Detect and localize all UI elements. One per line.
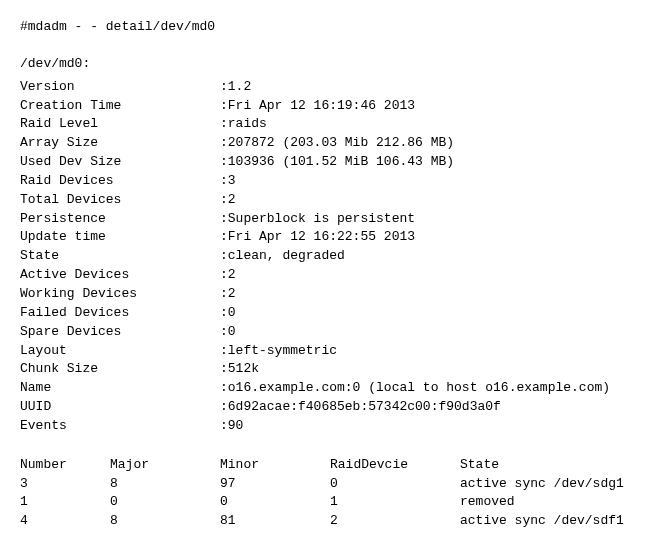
- table-header: Number Major Minor RaidDevcie State: [20, 456, 646, 475]
- field-row: Spare Devices :0: [20, 323, 646, 342]
- field-value: :Fri Apr 12 16:19:46 2013: [220, 97, 415, 116]
- field-label: Spare Devices: [20, 323, 220, 342]
- cell-number: 1: [20, 493, 110, 512]
- field-label: Raid Level: [20, 115, 220, 134]
- table-row: 3 8 97 0 active sync /dev/sdg1: [20, 475, 646, 494]
- table-row: 1 0 0 1 removed: [20, 493, 646, 512]
- field-value: :0: [220, 304, 236, 323]
- cell-major: 8: [110, 475, 220, 494]
- field-value: :103936 (101.52 MiB 106.43 MB): [220, 153, 454, 172]
- cell-state: active sync /dev/sdf1: [460, 512, 646, 531]
- field-label: Events: [20, 417, 220, 436]
- field-label: Working Devices: [20, 285, 220, 304]
- command-line: #mdadm - - detail/dev/md0: [20, 18, 646, 37]
- field-value: :clean, degraded: [220, 247, 345, 266]
- cell-state: removed: [460, 493, 646, 512]
- field-row: Persistence :Superblock is persistent: [20, 210, 646, 229]
- field-value: :2: [220, 191, 236, 210]
- field-label: Failed Devices: [20, 304, 220, 323]
- field-label: Active Devices: [20, 266, 220, 285]
- field-label: Layout: [20, 342, 220, 361]
- field-value: :512k: [220, 360, 259, 379]
- field-label: UUID: [20, 398, 220, 417]
- cell-number: 4: [20, 512, 110, 531]
- field-label: Used Dev Size: [20, 153, 220, 172]
- field-value: :1.2: [220, 78, 251, 97]
- field-row: Version :1.2: [20, 78, 646, 97]
- field-value: :2: [220, 285, 236, 304]
- cell-major: 0: [110, 493, 220, 512]
- field-label: Persistence: [20, 210, 220, 229]
- field-row: Chunk Size :512k: [20, 360, 646, 379]
- blank-line: [20, 436, 646, 454]
- field-label: Array Size: [20, 134, 220, 153]
- field-row: State :clean, degraded: [20, 247, 646, 266]
- field-row: Update time :Fri Apr 12 16:22:55 2013: [20, 228, 646, 247]
- field-label: Update time: [20, 228, 220, 247]
- field-value: :207872 (203.03 Mib 212.86 MB): [220, 134, 454, 153]
- cell-state: active sync /dev/sdg1: [460, 475, 646, 494]
- field-row: Layout :left-symmetric: [20, 342, 646, 361]
- field-value: :6d92acae:f40685eb:57342c00:f90d3a0f: [220, 398, 501, 417]
- field-row: Raid Devices :3: [20, 172, 646, 191]
- field-label: Chunk Size: [20, 360, 220, 379]
- device-header: /dev/md0:: [20, 55, 646, 74]
- table-row: 4 8 81 2 active sync /dev/sdf1: [20, 512, 646, 531]
- col-major: Major: [110, 456, 220, 475]
- cell-raid: 1: [330, 493, 460, 512]
- field-row: Name :o16.example.com:0 (local to host o…: [20, 379, 646, 398]
- field-value: :90: [220, 417, 243, 436]
- field-row: Working Devices :2: [20, 285, 646, 304]
- field-row: UUID :6d92acae:f40685eb:57342c00:f90d3a0…: [20, 398, 646, 417]
- cell-number: 3: [20, 475, 110, 494]
- field-value: :o16.example.com:0 (local to host o16.ex…: [220, 379, 610, 398]
- cell-minor: 81: [220, 512, 330, 531]
- field-row: Array Size :207872 (203.03 Mib 212.86 MB…: [20, 134, 646, 153]
- field-row: Creation Time :Fri Apr 12 16:19:46 2013: [20, 97, 646, 116]
- field-row: Total Devices :2: [20, 191, 646, 210]
- field-value: :raids: [220, 115, 267, 134]
- field-label: Name: [20, 379, 220, 398]
- field-value: :left-symmetric: [220, 342, 337, 361]
- field-value: :0: [220, 323, 236, 342]
- col-raiddevice: RaidDevcie: [330, 456, 460, 475]
- cell-raid: 2: [330, 512, 460, 531]
- field-label: Total Devices: [20, 191, 220, 210]
- col-minor: Minor: [220, 456, 330, 475]
- field-value: :Fri Apr 12 16:22:55 2013: [220, 228, 415, 247]
- field-row: Raid Level :raids: [20, 115, 646, 134]
- col-state: State: [460, 456, 646, 475]
- cell-raid: 0: [330, 475, 460, 494]
- cell-major: 8: [110, 512, 220, 531]
- field-row: Failed Devices :0: [20, 304, 646, 323]
- device-table: Number Major Minor RaidDevcie State 3 8 …: [20, 456, 646, 531]
- field-label: Creation Time: [20, 97, 220, 116]
- cell-minor: 0: [220, 493, 330, 512]
- field-value: :3: [220, 172, 236, 191]
- field-value: :2: [220, 266, 236, 285]
- field-label: Version: [20, 78, 220, 97]
- field-label: State: [20, 247, 220, 266]
- detail-fields: Version :1.2 Creation Time :Fri Apr 12 1…: [20, 78, 646, 436]
- field-row: Used Dev Size :103936 (101.52 MiB 106.43…: [20, 153, 646, 172]
- field-label: Raid Devices: [20, 172, 220, 191]
- col-number: Number: [20, 456, 110, 475]
- field-row: Active Devices :2: [20, 266, 646, 285]
- cell-minor: 97: [220, 475, 330, 494]
- field-value: :Superblock is persistent: [220, 210, 415, 229]
- field-row: Events :90: [20, 417, 646, 436]
